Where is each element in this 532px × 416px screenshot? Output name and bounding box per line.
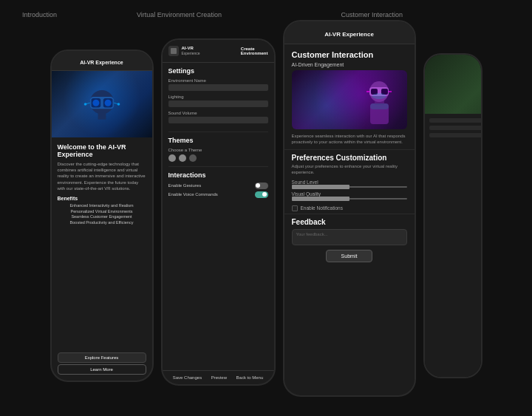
voice-label: Enable Voice Commands <box>168 192 218 197</box>
ai-image <box>292 70 407 129</box>
sound-label: Sound Volume <box>168 111 268 115</box>
theme-circle-1[interactable] <box>168 154 176 162</box>
phone-partial-content <box>425 55 482 377</box>
preview-button[interactable]: Preview <box>211 375 227 380</box>
venv-logo-inner <box>171 48 177 54</box>
svg-point-10 <box>117 103 120 106</box>
action-bar: Save Changes Preview Back to Menu <box>163 370 274 384</box>
intro-label: Introduction <box>22 11 57 18</box>
voice-toggle[interactable] <box>255 191 268 198</box>
venv-nav-action[interactable]: CreateEnvironment <box>241 47 268 55</box>
themes-subtitle: Choose a Theme <box>168 148 268 152</box>
env-name-input[interactable] <box>168 84 268 91</box>
learn-more-button[interactable]: Learn More <box>58 364 146 375</box>
hero-image <box>52 71 152 137</box>
partial-text <box>425 114 482 145</box>
voice-row: Enable Voice Commands <box>168 191 268 198</box>
ai-figure-svg <box>359 74 400 126</box>
svg-point-5 <box>104 99 111 106</box>
svg-rect-6 <box>98 112 106 119</box>
intro-header-bar: AI-VR Experience <box>52 51 152 71</box>
benefit-2: Personalized Virtual Environments <box>58 209 146 214</box>
feedback-title: Feedback <box>284 214 415 229</box>
svg-point-19 <box>372 93 386 99</box>
benefits-title: Benefits <box>58 196 146 201</box>
theme-circle-2[interactable] <box>179 154 186 162</box>
themes-title: Themes <box>168 137 268 144</box>
visual-quality-label: Visual Quality <box>292 191 407 197</box>
gestures-label: Enable Gestures <box>168 183 202 188</box>
venv-header: AI-VRExperience CreateEnvironment <box>163 40 274 63</box>
customer-header-title: AI-VR Experience <box>324 31 374 38</box>
intro-text-area: Welcome to the AI-VR Experience Discover… <box>52 137 152 349</box>
benefit-1: Enhanced Interactivity and Realism <box>58 203 146 208</box>
partial-line-2 <box>429 126 482 130</box>
phone-customer: AI-VR Experience Customer Interaction AI… <box>283 20 416 397</box>
customer-section-title: Customer Interaction <box>284 44 415 62</box>
ai-engagement-label: AI-Driven Engagement <box>284 62 415 70</box>
svg-rect-20 <box>370 103 389 109</box>
sound-level-label: Sound Level <box>292 180 407 185</box>
themes-section: Themes Choose a Theme <box>163 132 274 166</box>
phone-venv: AI-VRExperience CreateEnvironment Settin… <box>161 38 276 386</box>
back-to-menu-button[interactable]: Back to Menu <box>236 375 264 380</box>
theme-circles <box>168 154 268 162</box>
notifications-checkbox[interactable] <box>292 205 298 211</box>
theme-circle-3[interactable] <box>189 154 197 162</box>
feedback-placeholder: Your feedback... <box>296 232 328 236</box>
gestures-toggle[interactable] <box>255 183 268 189</box>
welcome-desc: Discover the cutting-edge technology tha… <box>58 161 146 192</box>
pref-desc: Adjust your preferences to enhance your … <box>284 164 415 180</box>
venv-nav-title: AI-VRExperience <box>182 46 200 56</box>
svg-point-4 <box>92 99 99 106</box>
sound-level-field: Sound Level <box>284 180 415 191</box>
benefit-3: Seamless Customer Engagement <box>58 214 146 219</box>
partial-line-1 <box>429 118 482 123</box>
venv-nav-subtitle: Experience <box>182 51 200 55</box>
sound-slider[interactable] <box>292 186 407 188</box>
submit-button[interactable]: Submit <box>326 250 373 262</box>
venv-nav-left: AI-VRExperience <box>168 46 200 56</box>
welcome-title: Welcome to the AI-VR Experience <box>58 143 146 158</box>
lighting-label: Lighting <box>168 95 268 99</box>
visual-quality-field: Visual Quality <box>284 191 415 203</box>
explore-button[interactable]: Explore Features <box>58 352 146 363</box>
partial-image <box>425 55 482 114</box>
lighting-input[interactable] <box>168 100 268 107</box>
notifications-row: Enable Notifications <box>284 203 415 214</box>
customer-header: AI-VR Experience <box>284 21 415 44</box>
sound-input[interactable] <box>168 117 268 123</box>
settings-title: Settings <box>168 67 268 75</box>
venv-logo <box>168 46 179 56</box>
ai-desc: Experience seamless interaction with our… <box>284 129 415 150</box>
gestures-row: Enable Gestures <box>168 183 268 189</box>
phone-intro: AI-VR Experience <box>50 50 154 382</box>
env-name-label: Environment Name <box>168 78 268 83</box>
notifications-label: Enable Notifications <box>301 205 343 211</box>
intro-header-title: AI-VR Experience <box>80 60 123 65</box>
venv-label: Virtual Environment Creation <box>137 11 222 18</box>
interactions-title: Interactions <box>168 171 268 179</box>
venv-scrollable: Settings Environment Name Lighting Sound… <box>163 63 274 370</box>
save-changes-button[interactable]: Save Changes <box>173 375 202 380</box>
settings-section: Settings Environment Name Lighting Sound… <box>163 63 274 132</box>
pref-title: Preferences Customization <box>284 149 415 164</box>
visual-slider[interactable] <box>292 198 407 200</box>
feedback-input[interactable]: Your feedback... <box>292 229 407 245</box>
partial-line-3 <box>429 133 482 137</box>
svg-point-9 <box>83 103 86 106</box>
phone-partial <box>423 53 482 378</box>
main-scene: Introduction Virtual Environment Creatio… <box>0 0 532 416</box>
interactions-section: Interactions Enable Gestures Enable Voic… <box>163 167 274 205</box>
customer-label: Customer Interaction <box>341 11 403 18</box>
vr-helmet-illustration <box>81 87 122 120</box>
benefit-4: Boosted Productivity and Efficiency <box>58 220 146 225</box>
